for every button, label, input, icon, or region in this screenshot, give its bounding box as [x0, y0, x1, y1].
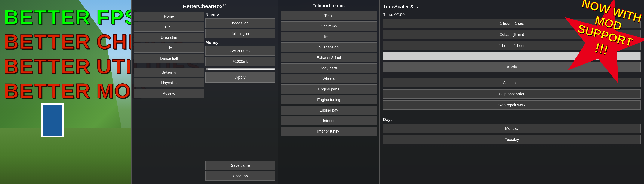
ruseko-button[interactable]: Ruseko — [134, 88, 204, 98]
teleport-tools-button[interactable]: Tools — [280, 11, 377, 20]
set-2000-button[interactable]: Set 2000mk — [206, 46, 275, 56]
teleport-body-parts-button[interactable]: Body parts — [280, 64, 377, 73]
drag-strip-button[interactable]: Drag strip — [134, 33, 204, 42]
apply-money-button[interactable]: Apply — [206, 72, 275, 82]
hayosiko-button[interactable]: Hayosiko — [134, 78, 204, 88]
day-label: Day: — [383, 117, 640, 122]
money-label: Money: — [206, 40, 275, 45]
cheat-right-col: Needs: needs: on full fatigue Money: Set… — [206, 12, 275, 180]
teleport-items-button[interactable]: Items — [280, 32, 377, 41]
needs-label: Needs: — [206, 12, 275, 17]
repair-shop-button[interactable]: Re... — [134, 22, 204, 32]
big-text-better-1: BETTER — [4, 6, 91, 28]
teleport-interior-button[interactable]: Interior — [280, 116, 377, 126]
teleport-title: Teleport to me: — [280, 3, 377, 8]
full-fatigue-button[interactable]: full fatigue — [206, 29, 275, 38]
tuesday-button[interactable]: Tuesday — [383, 135, 640, 144]
add-1000-button[interactable]: +1000mk — [206, 57, 275, 66]
starburst-container: NOW WITH MOD SUPPORT !!! — [550, 0, 644, 98]
teleport-panel: Teleport to me: Tools Car items Items Su… — [278, 0, 379, 184]
teleport-suspension-button[interactable]: Suspension — [280, 42, 377, 52]
monday-button[interactable]: Monday — [383, 124, 640, 133]
venue-button[interactable]: ...ie — [134, 43, 204, 52]
teleport-wheels-button[interactable]: Wheels — [280, 74, 377, 83]
dance-hall-button[interactable]: Dance hall — [134, 54, 204, 63]
teleport-engine-tuning-button[interactable]: Engine tuning — [280, 95, 377, 104]
teleport-engine-bay-button[interactable]: Engine bay — [280, 106, 377, 115]
big-text-better-3: BETTER — [4, 55, 91, 78]
cops-toggle-button[interactable]: Cops: no — [206, 171, 275, 180]
starburst-text: NOW WITH MOD SUPPORT !!! — [565, 0, 644, 65]
big-text-better-4: BETTER — [4, 80, 91, 102]
big-text-overlay: BETTER FPS BETTER CHEATS BETTER UTILITIE… — [0, 0, 132, 184]
save-game-button[interactable]: Save game — [206, 161, 275, 170]
cheat-left-col: Home Re... Drag strip ...ie Dance hall S… — [134, 12, 204, 180]
version-badge: 1.0 — [223, 4, 226, 7]
cheat-inner: Home Re... Drag strip ...ie Dance hall S… — [134, 12, 275, 180]
teleport-car-items-button[interactable]: Car items — [280, 22, 377, 31]
teleport-interior-tuning-button[interactable]: Interior tuning — [280, 126, 377, 136]
money-slider[interactable] — [206, 67, 275, 71]
cheatbox-title: BetterCheatBox1.0 — [183, 4, 226, 10]
skip-repair-work-button[interactable]: Skip repair work — [383, 100, 640, 110]
teleport-engine-parts-button[interactable]: Engine parts — [280, 84, 377, 94]
cheat-box-panel: BetterCheatBox1.0 Home Re... Drag strip … — [132, 0, 278, 184]
big-text-better-2: BETTER — [4, 30, 91, 53]
needs-toggle-button[interactable]: needs: on — [206, 18, 275, 28]
teleport-exhaust-fuel-button[interactable]: Exhaust & fuel — [280, 53, 377, 62]
satsuma-button[interactable]: Satsuma — [134, 68, 204, 77]
home-button[interactable]: Home — [134, 12, 204, 21]
